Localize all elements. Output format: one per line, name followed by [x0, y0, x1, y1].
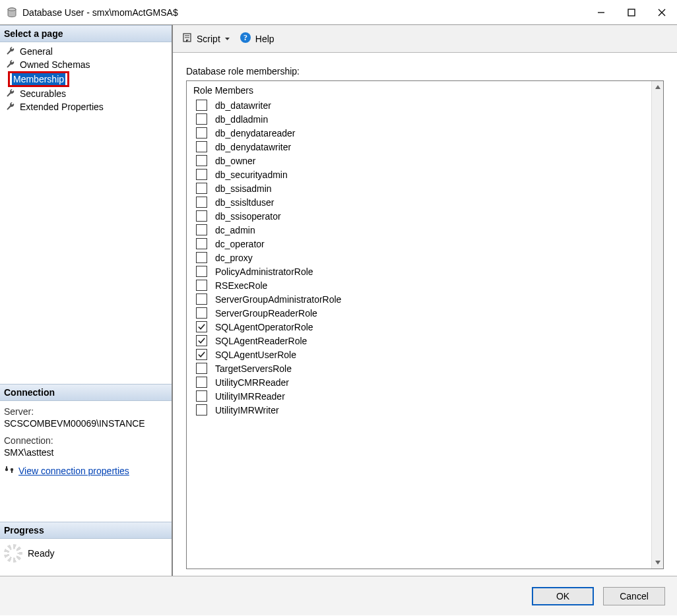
role-name: SQLAgentUserRole — [215, 350, 296, 360]
role-name: db_denydatawriter — [215, 142, 291, 152]
sidebar-item-securables[interactable]: Securables — [1, 87, 170, 100]
sidebar-item-label: General — [20, 46, 53, 57]
connection-value: SMX\asttest — [4, 447, 168, 458]
svg-rect-8 — [6, 466, 7, 469]
role-name: db_ddladmin — [215, 114, 268, 125]
role-row[interactable]: dc_admin — [187, 223, 651, 237]
minimize-button[interactable] — [586, 0, 616, 25]
connection-properties-icon — [4, 464, 15, 477]
role-checkbox[interactable] — [196, 197, 207, 208]
role-name: db_datawriter — [215, 100, 271, 111]
role-row[interactable]: db_denydatawriter — [187, 140, 651, 154]
nav-list: GeneralOwned SchemasMembershipSecurables… — [0, 42, 172, 117]
role-row[interactable]: UtilityCMRReader — [187, 375, 651, 389]
role-checkbox[interactable] — [196, 127, 207, 139]
cancel-button[interactable]: Cancel — [603, 587, 665, 605]
role-row[interactable]: db_ssisadmin — [187, 181, 651, 195]
server-label: Server: — [4, 406, 168, 417]
role-name: UtilityIMRWriter — [215, 405, 279, 416]
role-list-header: Role Members — [187, 81, 651, 98]
role-row[interactable]: ServerGroupReaderRole — [187, 306, 651, 320]
role-checkbox[interactable] — [196, 280, 207, 291]
scrollbar[interactable] — [651, 81, 663, 569]
role-name: SQLAgentOperatorRole — [215, 322, 313, 332]
role-row[interactable]: ServerGroupAdministratorRole — [187, 292, 651, 306]
role-checkbox[interactable] — [196, 307, 207, 319]
role-name: db_denydatareader — [215, 128, 295, 139]
role-checkbox[interactable] — [196, 113, 207, 125]
connection-label: Connection: — [4, 435, 168, 446]
role-checkbox[interactable] — [196, 321, 207, 332]
progress-block: Ready — [0, 539, 172, 576]
role-row[interactable]: SQLAgentReaderRole — [187, 334, 651, 348]
sidebar-item-general[interactable]: General — [1, 45, 170, 58]
svg-rect-3 — [628, 9, 635, 16]
role-name: SQLAgentReaderRole — [215, 336, 307, 346]
role-row[interactable]: db_ssisltduser — [187, 195, 651, 209]
role-checkbox[interactable] — [196, 266, 207, 277]
role-checkbox[interactable] — [196, 390, 207, 402]
role-checkbox[interactable] — [196, 293, 207, 305]
role-row[interactable]: SQLAgentOperatorRole — [187, 320, 651, 334]
role-checkbox[interactable] — [196, 224, 207, 235]
close-button[interactable] — [647, 0, 677, 25]
role-row[interactable]: UtilityIMRReader — [187, 389, 651, 403]
role-row[interactable]: dc_proxy — [187, 251, 651, 264]
role-checkbox[interactable] — [196, 363, 207, 374]
role-row[interactable]: db_datawriter — [187, 98, 651, 112]
role-checkbox[interactable] — [196, 155, 207, 166]
role-row[interactable]: db_securityadmin — [187, 168, 651, 181]
role-row[interactable]: PolicyAdministratorRole — [187, 264, 651, 278]
script-dropdown[interactable]: Script — [179, 31, 233, 46]
maximize-button[interactable] — [616, 0, 647, 25]
view-connection-properties-link[interactable]: View connection properties — [18, 466, 129, 476]
sidebar-item-owned-schemas[interactable]: Owned Schemas — [1, 58, 170, 71]
role-checkbox[interactable] — [196, 169, 207, 180]
role-row[interactable]: TargetServersRole — [187, 361, 651, 375]
role-checkbox[interactable] — [196, 377, 207, 388]
help-icon: ? — [240, 32, 251, 46]
role-row[interactable]: UtilityIMRWriter — [187, 403, 651, 417]
role-checkbox[interactable] — [196, 349, 207, 360]
scroll-up-icon[interactable] — [652, 81, 664, 93]
role-checkbox[interactable] — [196, 210, 207, 222]
role-row[interactable]: db_owner — [187, 154, 651, 168]
help-button[interactable]: ? Help — [237, 30, 277, 47]
role-listbox: Role Members db_datawriterdb_ddladmindb_… — [186, 80, 664, 569]
main-panel: Script ? Help Database role membership: — [173, 25, 677, 576]
ok-button[interactable]: OK — [532, 587, 594, 605]
role-name: db_ssisltduser — [215, 197, 274, 208]
sidebar-item-membership[interactable]: Membership — [8, 71, 69, 87]
sidebar-item-label: Owned Schemas — [20, 59, 90, 70]
role-row[interactable]: dc_operator — [187, 237, 651, 251]
role-row[interactable]: db_ssisoperator — [187, 209, 651, 223]
database-icon — [7, 7, 17, 18]
role-row[interactable]: RSExecRole — [187, 278, 651, 292]
wrench-icon — [5, 102, 16, 112]
role-checkbox[interactable] — [196, 141, 207, 152]
role-checkbox[interactable] — [196, 183, 207, 194]
wrench-icon — [5, 59, 16, 70]
role-checkbox[interactable] — [196, 252, 207, 263]
sidebar-item-label: Membership — [12, 73, 65, 85]
role-name: UtilityIMRReader — [215, 391, 285, 402]
role-row[interactable]: db_ddladmin — [187, 112, 651, 126]
role-name: PolicyAdministratorRole — [215, 266, 313, 277]
svg-text:?: ? — [243, 33, 247, 42]
role-checkbox[interactable] — [196, 100, 207, 111]
sidebar: Select a page GeneralOwned SchemasMember… — [0, 25, 173, 576]
role-name: dc_operator — [215, 239, 265, 249]
role-checkbox[interactable] — [196, 335, 207, 346]
sidebar-item-extended-properties[interactable]: Extended Properties — [1, 100, 170, 113]
role-checkbox[interactable] — [196, 238, 207, 249]
wrench-icon — [5, 88, 16, 99]
window-title: Database User - smx\momActGMSA$ — [22, 7, 586, 18]
scroll-down-icon[interactable] — [652, 557, 664, 569]
role-row[interactable]: db_denydatareader — [187, 126, 651, 140]
role-checkbox[interactable] — [196, 404, 207, 416]
role-row[interactable]: SQLAgentUserRole — [187, 348, 651, 361]
sidebar-item-label: Securables — [20, 88, 66, 99]
titlebar: Database User - smx\momActGMSA$ — [0, 0, 677, 25]
role-name: RSExecRole — [215, 280, 267, 291]
role-name: ServerGroupReaderRole — [215, 308, 317, 319]
